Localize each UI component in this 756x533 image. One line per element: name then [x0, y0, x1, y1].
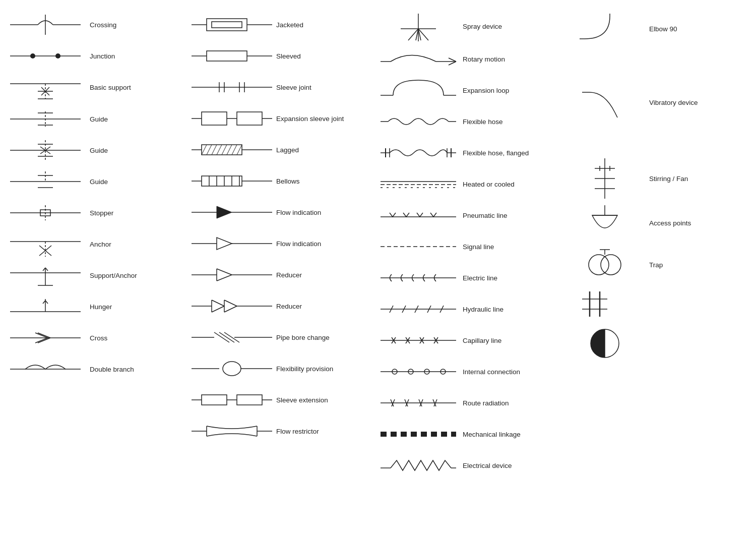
- symbol-heated-cooled: [378, 175, 459, 193]
- symbol-elbow-45: [564, 85, 645, 120]
- symbol-sleeve-joint: [192, 77, 272, 97]
- label-route-radiation: Route radiation: [459, 399, 564, 407]
- svg-rect-51: [212, 22, 242, 28]
- symbol-signal-line: [378, 238, 459, 256]
- svg-line-71: [217, 145, 222, 155]
- row-internal-connection: Internal connection: [378, 356, 564, 387]
- row-hunger: Hunger: [5, 291, 192, 322]
- row-stirring-fan: Trap: [564, 245, 711, 284]
- symbol-flow-indication1: [192, 202, 272, 222]
- symbol-basic-support: [5, 74, 86, 101]
- svg-point-110: [223, 362, 241, 376]
- row-heated-cooled: Heated or cooled: [378, 168, 564, 200]
- row-weight-device: Access points: [564, 201, 711, 245]
- row-hydraulic-line: Hydraulic line: [378, 293, 564, 325]
- row-reducer2: Reducer: [192, 290, 378, 322]
- symbol-rotary-motion: [378, 49, 459, 69]
- symbol-stirring-fan: [564, 247, 645, 282]
- symbol-access-points: [564, 286, 645, 322]
- symbol-flexibility-provision: [192, 359, 272, 379]
- row-capillary-line: Capillary line: [378, 325, 564, 356]
- label-bellows: Bellows: [272, 177, 378, 185]
- label-spray-device: Spray device: [459, 23, 564, 30]
- label-capillary-line: Capillary line: [459, 337, 564, 344]
- label-expansion-loop: Expansion loop: [459, 87, 564, 94]
- symbol-sleeved: [192, 46, 272, 66]
- symbol-reducer2: [192, 296, 272, 316]
- row-flow-indication1: Flow indication: [192, 197, 378, 228]
- row-stopper: Stopper: [5, 197, 192, 228]
- svg-rect-78: [202, 176, 242, 186]
- label-guide3: Guide: [86, 178, 192, 186]
- row-trap: [564, 324, 711, 363]
- column-3: Spray device Rotary motion: [378, 9, 564, 481]
- label-reducer1: Reducer: [272, 271, 378, 279]
- svg-line-100: [224, 300, 237, 306]
- symbol-trap: [564, 326, 645, 361]
- label-rotary-motion: Rotary motion: [459, 55, 564, 63]
- label-sleeved: Sleeved: [272, 52, 378, 60]
- row-sleeve-joint: Sleeve joint: [192, 72, 378, 103]
- label-basic-support: Basic support: [86, 84, 192, 91]
- label-double-branch: Double branch: [86, 366, 192, 373]
- column-4: Elbow 90 Vibratory device: [564, 9, 711, 481]
- row-access-points: [564, 284, 711, 324]
- label-signal-line: Signal line: [459, 243, 564, 251]
- svg-line-68: [202, 145, 207, 155]
- row-electric-line: Electric line: [378, 262, 564, 293]
- row-anchor: Anchor: [5, 228, 192, 260]
- label-elbow-90: Elbow 90: [645, 25, 711, 33]
- row-flexible-hose-flanged: Flexible hose, flanged: [378, 137, 564, 168]
- svg-line-69: [207, 145, 212, 155]
- label-mechanical-linkage: Mechanical linkage: [459, 431, 564, 438]
- symbol-double-branch: [5, 358, 86, 381]
- svg-rect-115: [237, 395, 262, 405]
- label-jacketed: Jacketed: [272, 21, 378, 29]
- row-expansion-sleeve-joint: Expansion sleeve joint: [192, 103, 378, 134]
- symbol-sleeve-extension: [192, 390, 272, 410]
- row-support-anchor: Support/Anchor: [5, 260, 192, 291]
- column-1: Crossing Junction: [5, 9, 192, 481]
- label-expansion-sleeve-joint: Expansion sleeve joint: [272, 115, 378, 123]
- symbol-anchor: [5, 231, 86, 257]
- label-pneumatic-line: Pneumatic line: [459, 212, 564, 219]
- svg-marker-89: [217, 238, 232, 250]
- row-electrical-device: Electrical device: [378, 450, 564, 481]
- row-double-branch: Double branch: [5, 353, 192, 385]
- label-sleeve-joint: Sleeve joint: [272, 84, 378, 91]
- svg-line-70: [212, 145, 217, 155]
- row-basic-support: Basic support: [5, 72, 192, 103]
- row-reducer1: Reducer: [192, 259, 378, 290]
- svg-line-46: [38, 333, 50, 338]
- symbol-hunger: [5, 297, 86, 317]
- label-vibratory-device: Stirring / Fan: [645, 175, 711, 183]
- label-lagged: Lagged: [272, 146, 378, 154]
- label-weight-device: Access points: [645, 219, 711, 227]
- symbol-pipe-bore-change: [192, 327, 272, 347]
- row-pneumatic-line: Pneumatic line: [378, 200, 564, 231]
- svg-line-180: [615, 112, 617, 117]
- symbol-electric-line: [378, 269, 459, 287]
- svg-line-72: [222, 145, 227, 155]
- label-reducer2: Reducer: [272, 303, 378, 310]
- row-mechanical-linkage: Mechanical linkage: [378, 419, 564, 450]
- label-flow-indication1: Flow indication: [272, 209, 378, 216]
- symbol-guide2: [5, 140, 86, 160]
- label-stirring-fan: Trap: [645, 261, 711, 269]
- symbol-stopper: [5, 203, 86, 223]
- symbol-flexible-hose: [378, 113, 459, 131]
- svg-point-190: [601, 255, 621, 275]
- symbol-reducer1: [192, 265, 272, 285]
- row-vibratory-device: Stirring / Fan: [564, 156, 711, 201]
- row-signal-line: Signal line: [378, 231, 564, 262]
- symbol-route-radiation: [378, 394, 459, 412]
- svg-rect-64: [237, 112, 262, 125]
- label-electric-line: Electric line: [459, 274, 564, 282]
- label-hunger: Hunger: [86, 303, 192, 311]
- label-crossing: Crossing: [86, 21, 192, 29]
- symbol-spray-device: [378, 11, 459, 41]
- row-flexibility-provision: Flexibility provision: [192, 353, 378, 384]
- svg-line-73: [227, 145, 232, 155]
- row-spacer1: [564, 48, 711, 83]
- label-elbow-45: Vibratory device: [645, 99, 711, 106]
